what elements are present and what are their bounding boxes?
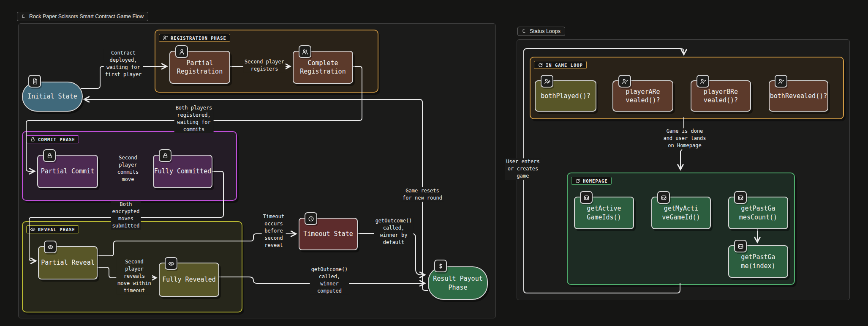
person-check-icon [775,75,787,88]
node-get-past-games-count[interactable]: getPastGa mesCount() [728,197,788,229]
node-timeout-state[interactable]: Timeout State [299,218,358,250]
node-label: Result Payout Phase [433,274,482,292]
edge-label-both-encrypted: Both encrypted moves submitted [111,201,141,230]
edge-label-second-player-registers: Second player registers [243,58,286,73]
node-complete-registration[interactable]: Complete Registration [293,51,353,84]
node-label: Timeout State [303,230,353,238]
node-label: getPastGa me(index) [741,253,775,270]
edge-label-both-players-registered: Both players registered, waiting for com… [174,104,214,133]
eye-icon [165,257,177,270]
gamepad-icon [657,191,670,204]
game-flow-title[interactable]: Rock Paper Scissors Smart Contract Game … [17,12,148,21]
status-loops-title[interactable]: Status Loops [517,27,565,36]
node-label: Fully Committed [154,167,211,175]
edge-label-game-resets: Game resets for new round [401,187,444,202]
edge-label-winner-computed: getOutcome() called, winner computed [310,266,349,295]
node-get-my-active-game-id[interactable]: getMyActi veGameId() [651,197,711,229]
node-result-payout-phase[interactable]: Result Payout Phase [428,266,488,300]
node-label: Partial Registration [177,59,223,76]
node-label: getActive GameIds() [587,204,621,222]
person-check-icon [618,75,631,88]
node-get-active-game-ids[interactable]: getActive GameIds() [574,197,634,229]
edge-label-user-enters: User enters or creates game [505,158,541,180]
node-label: Fully Revealed [162,275,215,284]
node-label: Initial State [27,92,77,101]
edge-label-winner-by-default: getOutcome() called, winner by default [374,217,414,246]
node-label: Complete Registration [300,59,346,76]
edge-label-game-done: Game is done and user lands on Homepage [662,128,707,149]
node-partial-commit[interactable]: Partial Commit [37,155,98,188]
person-icon [175,45,188,58]
edge-label-second-player-reveals: Second player reveals move within timeou… [116,258,152,294]
node-partial-reveal[interactable]: Partial Reveal [38,246,98,279]
node-both-played[interactable]: bothPlayed()? [535,80,596,112]
flowchart-icon [21,14,26,19]
node-fully-revealed[interactable]: Fully Revealed [159,263,219,297]
gamepad-icon [734,240,747,252]
people-icon [299,45,311,58]
edge-label-timeout-occurs: Timeout occurs before second reveal [262,213,286,249]
node-player-b-revealed[interactable]: playerBRe vealed()? [691,80,751,112]
edge-label-contract-deployed: Contract deployed, waiting for first pla… [104,49,143,78]
node-label: playerBRe vealed()? [704,88,738,105]
node-both-revealed[interactable]: bothRevealed()? [769,80,828,112]
node-label: getPastGa mesCount() [739,204,777,222]
person-check-icon [697,75,709,88]
node-label: bothPlayed()? [541,92,590,100]
title-text: Rock Paper Scissors Smart Contract Game … [29,14,144,19]
node-label: bothRevealed()? [770,92,827,100]
dollar-icon [434,260,447,272]
edge-label-second-player-commits: Second player commits move [116,154,140,183]
lock-icon [159,149,171,162]
document-icon [28,75,41,88]
node-initial-state[interactable]: Initial State [22,82,83,112]
node-label: getMyActi veGameId() [662,204,700,222]
eye-icon [44,241,57,253]
person-edit-icon [541,75,553,88]
title-text: Status Loops [530,28,561,34]
node-player-a-revealed[interactable]: playerARe vealed()? [612,80,673,112]
lock-icon [43,149,56,162]
node-get-past-game-index[interactable]: getPastGa me(index) [728,245,788,278]
gamepad-icon [734,191,747,204]
node-fully-committed[interactable]: Fully Committed [153,155,212,188]
gamepad-icon [580,191,593,204]
node-label: playerARe vealed()? [626,88,660,105]
node-label: Partial Reveal [41,258,94,267]
node-label: Partial Commit [41,167,94,175]
flowchart-icon [521,29,527,34]
node-partial-registration[interactable]: Partial Registration [169,51,230,84]
clock-icon [305,212,317,225]
